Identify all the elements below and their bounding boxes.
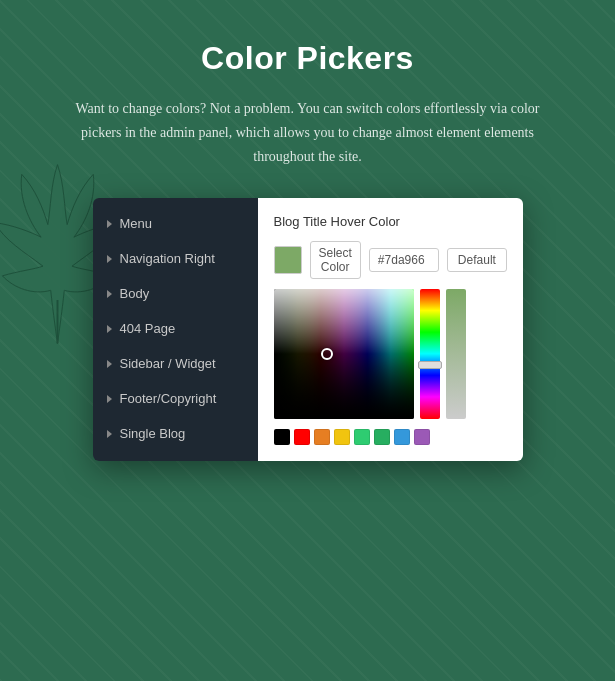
- sidebar-item-label: Navigation Right: [120, 251, 215, 266]
- swatch-yellow[interactable]: [334, 429, 350, 445]
- color-swatch-preview[interactable]: [274, 246, 302, 274]
- sidebar-item-menu[interactable]: Menu: [93, 206, 258, 241]
- sidebar-item-label: 404 Page: [120, 321, 176, 336]
- picker-cursor: [321, 348, 333, 360]
- alpha-track: [446, 289, 466, 419]
- sidebar-item-label: Body: [120, 286, 150, 301]
- chevron-right-icon: [107, 290, 112, 298]
- chevron-right-icon: [107, 360, 112, 368]
- sidebar-item-body[interactable]: Body: [93, 276, 258, 311]
- sidebar-item-404[interactable]: 404 Page: [93, 311, 258, 346]
- color-input-row: Select Color Default: [274, 241, 507, 279]
- page-title: Color Pickers: [201, 40, 414, 77]
- sidebar-item-label: Sidebar / Widget: [120, 356, 216, 371]
- color-picker-title: Blog Title Hover Color: [274, 214, 507, 229]
- chevron-right-icon: [107, 220, 112, 228]
- sidebar: Menu Navigation Right Body 404 Page Side…: [93, 198, 258, 461]
- sidebar-item-label: Menu: [120, 216, 153, 231]
- swatch-green[interactable]: [374, 429, 390, 445]
- sidebar-item-navigation-right[interactable]: Navigation Right: [93, 241, 258, 276]
- picker-area: [274, 289, 507, 419]
- gradient-black-overlay: [274, 289, 414, 419]
- select-color-button[interactable]: Select Color: [310, 241, 361, 279]
- hue-track: [420, 289, 440, 419]
- alpha-slider[interactable]: [446, 289, 466, 419]
- hex-input[interactable]: [369, 248, 439, 272]
- swatch-orange[interactable]: [314, 429, 330, 445]
- swatch-black[interactable]: [274, 429, 290, 445]
- color-swatches: [274, 429, 507, 445]
- page-content: Color Pickers Want to change colors? Not…: [0, 0, 615, 481]
- gradient-picker[interactable]: [274, 289, 414, 419]
- sidebar-item-sidebar-widget[interactable]: Sidebar / Widget: [93, 346, 258, 381]
- hue-slider[interactable]: [420, 289, 440, 419]
- admin-panel: Menu Navigation Right Body 404 Page Side…: [93, 198, 523, 461]
- swatch-blue[interactable]: [394, 429, 410, 445]
- chevron-right-icon: [107, 325, 112, 333]
- sidebar-item-footer-copyright[interactable]: Footer/Copyright: [93, 381, 258, 416]
- color-picker-panel: Blog Title Hover Color Select Color Defa…: [258, 198, 523, 461]
- sidebar-item-label: Single Blog: [120, 426, 186, 441]
- sidebar-item-single-blog[interactable]: Single Blog: [93, 416, 258, 451]
- chevron-right-icon: [107, 255, 112, 263]
- swatch-red[interactable]: [294, 429, 310, 445]
- chevron-right-icon: [107, 430, 112, 438]
- default-button[interactable]: Default: [447, 248, 507, 272]
- swatch-light-green[interactable]: [354, 429, 370, 445]
- hue-handle[interactable]: [418, 361, 442, 369]
- chevron-right-icon: [107, 395, 112, 403]
- sidebar-item-label: Footer/Copyright: [120, 391, 217, 406]
- swatch-purple[interactable]: [414, 429, 430, 445]
- page-description: Want to change colors? Not a problem. Yo…: [68, 97, 548, 168]
